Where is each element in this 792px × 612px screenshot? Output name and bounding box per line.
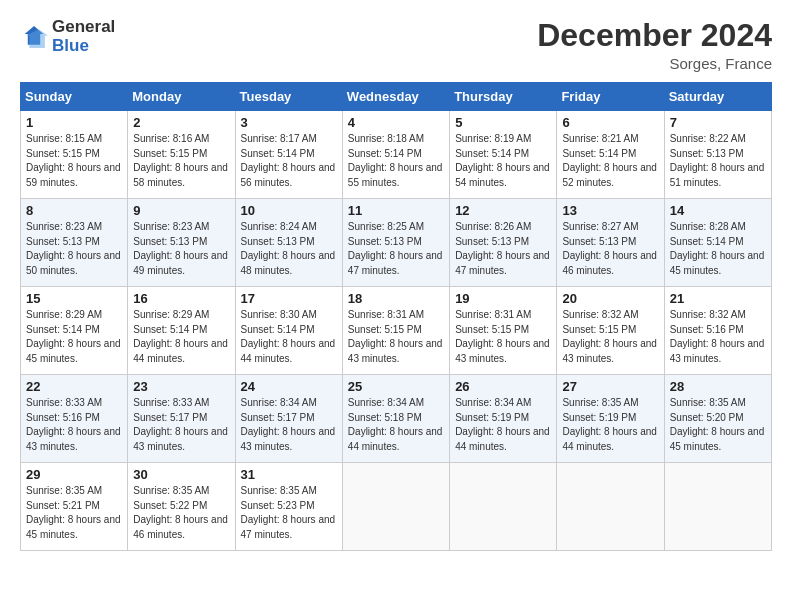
day-number: 20 [562, 291, 658, 306]
table-row: 12Sunrise: 8:26 AMSunset: 5:13 PMDayligh… [450, 199, 557, 287]
day-number: 23 [133, 379, 229, 394]
cell-text: Sunrise: 8:29 AMSunset: 5:14 PMDaylight:… [133, 309, 228, 364]
cell-text: Sunrise: 8:30 AMSunset: 5:14 PMDaylight:… [241, 309, 336, 364]
table-row [342, 463, 449, 551]
cell-text: Sunrise: 8:34 AMSunset: 5:17 PMDaylight:… [241, 397, 336, 452]
table-row: 16Sunrise: 8:29 AMSunset: 5:14 PMDayligh… [128, 287, 235, 375]
table-row [557, 463, 664, 551]
day-number: 26 [455, 379, 551, 394]
table-row: 23Sunrise: 8:33 AMSunset: 5:17 PMDayligh… [128, 375, 235, 463]
table-row [664, 463, 771, 551]
day-number: 1 [26, 115, 122, 130]
table-row: 19Sunrise: 8:31 AMSunset: 5:15 PMDayligh… [450, 287, 557, 375]
day-number: 6 [562, 115, 658, 130]
day-number: 2 [133, 115, 229, 130]
calendar-week-row: 22Sunrise: 8:33 AMSunset: 5:16 PMDayligh… [21, 375, 772, 463]
table-row: 4Sunrise: 8:18 AMSunset: 5:14 PMDaylight… [342, 111, 449, 199]
table-row: 24Sunrise: 8:34 AMSunset: 5:17 PMDayligh… [235, 375, 342, 463]
cell-text: Sunrise: 8:31 AMSunset: 5:15 PMDaylight:… [348, 309, 443, 364]
table-row: 10Sunrise: 8:24 AMSunset: 5:13 PMDayligh… [235, 199, 342, 287]
cell-text: Sunrise: 8:15 AMSunset: 5:15 PMDaylight:… [26, 133, 121, 188]
calendar-week-row: 15Sunrise: 8:29 AMSunset: 5:14 PMDayligh… [21, 287, 772, 375]
table-row: 21Sunrise: 8:32 AMSunset: 5:16 PMDayligh… [664, 287, 771, 375]
table-row: 17Sunrise: 8:30 AMSunset: 5:14 PMDayligh… [235, 287, 342, 375]
cell-text: Sunrise: 8:35 AMSunset: 5:23 PMDaylight:… [241, 485, 336, 540]
calendar-week-row: 29Sunrise: 8:35 AMSunset: 5:21 PMDayligh… [21, 463, 772, 551]
table-row: 14Sunrise: 8:28 AMSunset: 5:14 PMDayligh… [664, 199, 771, 287]
col-wednesday: Wednesday [342, 83, 449, 111]
table-row: 13Sunrise: 8:27 AMSunset: 5:13 PMDayligh… [557, 199, 664, 287]
logo: General Blue [20, 18, 115, 55]
table-row: 6Sunrise: 8:21 AMSunset: 5:14 PMDaylight… [557, 111, 664, 199]
day-number: 8 [26, 203, 122, 218]
cell-text: Sunrise: 8:25 AMSunset: 5:13 PMDaylight:… [348, 221, 443, 276]
day-number: 9 [133, 203, 229, 218]
cell-text: Sunrise: 8:19 AMSunset: 5:14 PMDaylight:… [455, 133, 550, 188]
day-number: 28 [670, 379, 766, 394]
table-row: 8Sunrise: 8:23 AMSunset: 5:13 PMDaylight… [21, 199, 128, 287]
day-number: 22 [26, 379, 122, 394]
day-number: 7 [670, 115, 766, 130]
table-row: 1Sunrise: 8:15 AMSunset: 5:15 PMDaylight… [21, 111, 128, 199]
calendar-week-row: 1Sunrise: 8:15 AMSunset: 5:15 PMDaylight… [21, 111, 772, 199]
table-row: 30Sunrise: 8:35 AMSunset: 5:22 PMDayligh… [128, 463, 235, 551]
day-number: 25 [348, 379, 444, 394]
table-row: 9Sunrise: 8:23 AMSunset: 5:13 PMDaylight… [128, 199, 235, 287]
day-number: 31 [241, 467, 337, 482]
day-number: 10 [241, 203, 337, 218]
table-row: 2Sunrise: 8:16 AMSunset: 5:15 PMDaylight… [128, 111, 235, 199]
calendar-week-row: 8Sunrise: 8:23 AMSunset: 5:13 PMDaylight… [21, 199, 772, 287]
cell-text: Sunrise: 8:35 AMSunset: 5:19 PMDaylight:… [562, 397, 657, 452]
cell-text: Sunrise: 8:16 AMSunset: 5:15 PMDaylight:… [133, 133, 228, 188]
cell-text: Sunrise: 8:22 AMSunset: 5:13 PMDaylight:… [670, 133, 765, 188]
table-row: 11Sunrise: 8:25 AMSunset: 5:13 PMDayligh… [342, 199, 449, 287]
page: General Blue December 2024 Sorges, Franc… [0, 0, 792, 612]
day-number: 4 [348, 115, 444, 130]
cell-text: Sunrise: 8:17 AMSunset: 5:14 PMDaylight:… [241, 133, 336, 188]
table-row: 28Sunrise: 8:35 AMSunset: 5:20 PMDayligh… [664, 375, 771, 463]
col-sunday: Sunday [21, 83, 128, 111]
day-number: 21 [670, 291, 766, 306]
table-row: 29Sunrise: 8:35 AMSunset: 5:21 PMDayligh… [21, 463, 128, 551]
calendar-header-row: Sunday Monday Tuesday Wednesday Thursday… [21, 83, 772, 111]
day-number: 11 [348, 203, 444, 218]
col-tuesday: Tuesday [235, 83, 342, 111]
cell-text: Sunrise: 8:29 AMSunset: 5:14 PMDaylight:… [26, 309, 121, 364]
table-row: 18Sunrise: 8:31 AMSunset: 5:15 PMDayligh… [342, 287, 449, 375]
location: Sorges, France [537, 55, 772, 72]
cell-text: Sunrise: 8:23 AMSunset: 5:13 PMDaylight:… [133, 221, 228, 276]
header: General Blue December 2024 Sorges, Franc… [20, 18, 772, 72]
day-number: 16 [133, 291, 229, 306]
cell-text: Sunrise: 8:26 AMSunset: 5:13 PMDaylight:… [455, 221, 550, 276]
col-monday: Monday [128, 83, 235, 111]
day-number: 3 [241, 115, 337, 130]
title-block: December 2024 Sorges, France [537, 18, 772, 72]
day-number: 5 [455, 115, 551, 130]
cell-text: Sunrise: 8:21 AMSunset: 5:14 PMDaylight:… [562, 133, 657, 188]
day-number: 24 [241, 379, 337, 394]
cell-text: Sunrise: 8:34 AMSunset: 5:19 PMDaylight:… [455, 397, 550, 452]
cell-text: Sunrise: 8:18 AMSunset: 5:14 PMDaylight:… [348, 133, 443, 188]
day-number: 27 [562, 379, 658, 394]
day-number: 19 [455, 291, 551, 306]
cell-text: Sunrise: 8:23 AMSunset: 5:13 PMDaylight:… [26, 221, 121, 276]
table-row: 22Sunrise: 8:33 AMSunset: 5:16 PMDayligh… [21, 375, 128, 463]
col-friday: Friday [557, 83, 664, 111]
table-row: 20Sunrise: 8:32 AMSunset: 5:15 PMDayligh… [557, 287, 664, 375]
table-row: 31Sunrise: 8:35 AMSunset: 5:23 PMDayligh… [235, 463, 342, 551]
table-row: 7Sunrise: 8:22 AMSunset: 5:13 PMDaylight… [664, 111, 771, 199]
col-saturday: Saturday [664, 83, 771, 111]
cell-text: Sunrise: 8:28 AMSunset: 5:14 PMDaylight:… [670, 221, 765, 276]
table-row: 27Sunrise: 8:35 AMSunset: 5:19 PMDayligh… [557, 375, 664, 463]
cell-text: Sunrise: 8:32 AMSunset: 5:15 PMDaylight:… [562, 309, 657, 364]
day-number: 15 [26, 291, 122, 306]
calendar-body: 1Sunrise: 8:15 AMSunset: 5:15 PMDaylight… [21, 111, 772, 551]
cell-text: Sunrise: 8:35 AMSunset: 5:20 PMDaylight:… [670, 397, 765, 452]
day-number: 17 [241, 291, 337, 306]
cell-text: Sunrise: 8:35 AMSunset: 5:21 PMDaylight:… [26, 485, 121, 540]
cell-text: Sunrise: 8:35 AMSunset: 5:22 PMDaylight:… [133, 485, 228, 540]
cell-text: Sunrise: 8:34 AMSunset: 5:18 PMDaylight:… [348, 397, 443, 452]
day-number: 14 [670, 203, 766, 218]
logo-icon [20, 23, 48, 51]
day-number: 30 [133, 467, 229, 482]
